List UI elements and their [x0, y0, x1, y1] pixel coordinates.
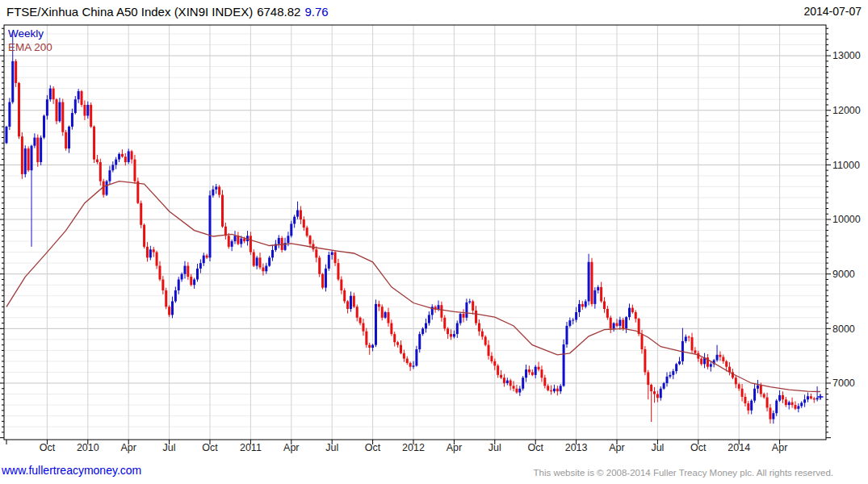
- svg-text:Oct: Oct: [365, 442, 381, 453]
- minor-gridlines: [4, 34, 826, 427]
- svg-text:11000: 11000: [832, 160, 860, 171]
- svg-text:Apr: Apr: [772, 442, 787, 453]
- y-axis-labels: 70008000900010000110001200013000: [832, 50, 861, 389]
- svg-text:Apr: Apr: [283, 442, 299, 453]
- legend-timeframe: Weekly: [8, 27, 44, 40]
- chart-page: FTSE/Xinhua China A50 Index (XIN9I INDEX…: [0, 0, 868, 484]
- svg-text:12000: 12000: [832, 105, 861, 116]
- svg-text:Oct: Oct: [202, 442, 218, 453]
- svg-text:8000: 8000: [832, 323, 855, 335]
- svg-text:Oct: Oct: [527, 442, 543, 453]
- major-gridlines: [4, 56, 826, 383]
- svg-text:Oct: Oct: [40, 442, 56, 453]
- svg-text:Apr: Apr: [120, 442, 136, 453]
- candlestick-chart[interactable]: 70008000900010000110001200013000Oct2010A…: [0, 0, 868, 484]
- svg-text:2010: 2010: [77, 442, 99, 453]
- svg-text:2011: 2011: [240, 442, 262, 453]
- svg-text:Apr: Apr: [447, 442, 462, 453]
- x-axis-labels: Oct2010AprJulOct2011AprJulOct2012AprJulO…: [40, 442, 788, 453]
- candlesticks: [6, 31, 824, 424]
- axis-ticks: [0, 28, 831, 444]
- svg-text:Apr: Apr: [609, 442, 624, 453]
- legend-ema-200: EMA 200: [8, 41, 52, 53]
- website-link[interactable]: www.fullertreacymoney.com: [2, 464, 141, 477]
- svg-text:13000: 13000: [832, 50, 861, 61]
- svg-text:9000: 9000: [832, 269, 855, 280]
- svg-text:2014: 2014: [728, 442, 750, 453]
- copyright-text: This website is © 2008-2014 Fuller Treac…: [533, 468, 833, 478]
- plot-border: [4, 25, 826, 440]
- svg-text:Oct: Oct: [690, 442, 707, 453]
- svg-text:Jul: Jul: [325, 442, 338, 453]
- svg-text:10000: 10000: [832, 214, 861, 225]
- svg-text:2013: 2013: [565, 442, 588, 453]
- svg-text:Jul: Jul: [163, 442, 176, 453]
- svg-text:7000: 7000: [832, 378, 855, 389]
- svg-text:Jul: Jul: [651, 442, 664, 453]
- svg-text:Jul: Jul: [489, 442, 501, 453]
- svg-text:2012: 2012: [402, 442, 425, 453]
